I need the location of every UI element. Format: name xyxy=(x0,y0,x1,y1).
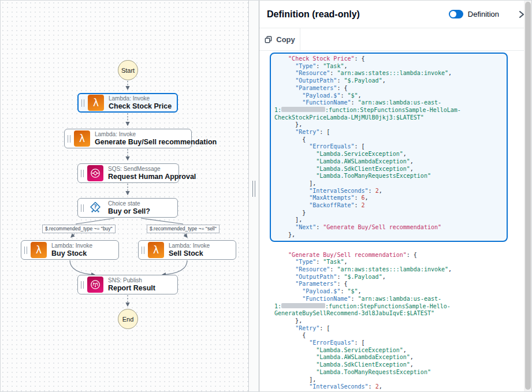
state-type-caption: Lambda: Invoke xyxy=(51,242,92,249)
code-line: GenerateBuySellRecommend-3dl8JabuIqvE:$L… xyxy=(274,310,503,318)
terminal-label: End xyxy=(122,316,134,323)
code-line: "Lambda.AWSLambdaException", xyxy=(274,354,503,361)
state-name-label: Sell Stock xyxy=(169,249,210,257)
code-line: "OutputPath": "$.Payload", xyxy=(274,274,503,281)
code-line: ], xyxy=(274,180,503,188)
code-line: 1::function:StepFunctionsSample-HelloLam… xyxy=(274,107,503,114)
code-line: "BackoffRate": 2 xyxy=(274,202,503,210)
state-node-sell-stock[interactable]: λLambda: InvokeSell Stock xyxy=(138,240,236,260)
code-line: "Payload.$": "$", xyxy=(274,92,503,100)
code-line: "Lambda.TooManyRequestsException" xyxy=(274,369,503,376)
code-line: { xyxy=(274,332,503,339)
code-line: "ErrorEquals": [ xyxy=(274,143,503,151)
code-line: "Parameters": { xyxy=(274,85,503,92)
drag-handle-icon[interactable] xyxy=(81,281,84,289)
panel-resize-splitter[interactable] xyxy=(250,1,259,392)
code-line: "Lambda.SdkClientException", xyxy=(274,166,503,173)
redacted-account-id xyxy=(281,303,325,308)
state-node-buy-or-sell[interactable]: ?Choice stateBuy or Sell? xyxy=(77,198,178,218)
window-scrollbar-thumb[interactable] xyxy=(525,2,531,390)
splitter-grip-icon[interactable] xyxy=(252,181,255,197)
state-node-buy-stock[interactable]: λLambda: InvokeBuy Stock xyxy=(21,240,119,260)
code-line: { xyxy=(274,136,503,144)
code-line: "MaxAttempts": 6, xyxy=(274,195,503,202)
state-type-caption: Lambda: Invoke xyxy=(169,242,210,249)
definition-toggle-label: Definition xyxy=(468,10,499,18)
definition-panel: Definition (read-only) Definition Copy xyxy=(259,1,532,392)
code-line: }, xyxy=(274,121,503,129)
code-line: "Resource": "arn:aws:states:::lambda:inv… xyxy=(274,70,503,77)
code-line: "Check Stock Price": { xyxy=(274,55,503,63)
code-line: } xyxy=(274,210,503,217)
definition-toggle-group: Definition xyxy=(449,10,524,18)
code-line: "Retry": [ xyxy=(274,325,503,333)
drag-handle-icon[interactable] xyxy=(142,247,144,254)
edge-condition-sell-label: $.recommended_type ~= "sell" xyxy=(147,225,220,233)
state-node-check-stock-price[interactable]: λLambda: InvokeCheck Stock Price xyxy=(77,93,178,113)
code-line: "Payload.$": "$", xyxy=(274,288,503,296)
lambda-icon: λ xyxy=(148,242,164,258)
state-name-label: Generate Buy/Sell recommendation xyxy=(95,138,217,146)
state-name-label: Buy Stock xyxy=(51,249,92,257)
state-name-label: Request Human Approval xyxy=(108,173,196,181)
copy-button-label: Copy xyxy=(276,35,295,44)
sqs-icon xyxy=(87,165,103,181)
code-toolbar: Copy xyxy=(259,28,532,51)
window-scrollbar[interactable] xyxy=(524,1,532,392)
step-functions-definition-view: StartλLambda: InvokeCheck Stock PriceλLa… xyxy=(0,0,532,392)
code-line: "Parameters": { xyxy=(274,281,503,288)
state-node-report-result[interactable]: SNS: PublishReport Result xyxy=(77,275,178,294)
copy-button[interactable]: Copy xyxy=(259,28,300,50)
lambda-icon: λ xyxy=(31,242,47,258)
code-line: CheckStockPriceLambda-LMjMUlB0jkj3:$LATE… xyxy=(274,114,503,122)
drag-handle-icon[interactable] xyxy=(68,135,70,143)
drag-handle-icon[interactable] xyxy=(81,204,84,212)
state-name-label: Check Stock Price xyxy=(109,102,172,110)
lambda-icon: λ xyxy=(88,95,104,111)
drag-handle-icon[interactable] xyxy=(81,170,84,177)
definition-panel-header: Definition (read-only) Definition xyxy=(259,1,532,28)
code-line: "Resource": "arn:aws:states:::lambda:inv… xyxy=(274,266,503,274)
state-type-caption: Lambda: Invoke xyxy=(95,131,217,138)
state-name-label: Buy or Sell? xyxy=(108,207,150,215)
terminal-node-end: End xyxy=(118,309,138,329)
code-line: "Retry": [ xyxy=(274,129,503,136)
workflow-edges xyxy=(1,1,249,392)
definition-code-view[interactable]: "Check Stock Price": { "Type": "Task", "… xyxy=(259,51,518,392)
code-line: "FunctionName": "arn:aws:lambda:us-east- xyxy=(274,99,503,107)
edge-condition-buy-label: $.recommended_type ~= "buy" xyxy=(42,225,116,233)
drag-handle-icon[interactable] xyxy=(81,99,84,107)
definition-toggle[interactable] xyxy=(449,10,463,18)
code-line: "OutputPath": "$.Payload", xyxy=(274,77,503,85)
code-line: }, xyxy=(274,232,503,239)
code-line: "Type": "Task", xyxy=(274,259,503,266)
sns-icon xyxy=(87,277,103,293)
state-type-caption: Choice state xyxy=(108,200,150,207)
redacted-account-id xyxy=(281,107,325,112)
code-line: "Type": "Task", xyxy=(274,63,503,70)
code-line: "Lambda.ServiceException", xyxy=(274,347,503,354)
toggle-knob xyxy=(450,11,456,17)
code-block-selected-state[interactable]: "Check Stock Price": { "Type": "Task", "… xyxy=(270,53,508,242)
code-line: 1::function:StepFunctionsSample-Hello- xyxy=(274,303,503,311)
code-line: "IntervalSeconds": 2, xyxy=(274,188,503,195)
code-line: "FunctionName": "arn:aws:lambda:us-east- xyxy=(274,296,503,303)
state-type-caption: SQS: SendMessage xyxy=(108,166,196,173)
drag-handle-icon[interactable] xyxy=(24,247,27,254)
code-block[interactable]: "Generate Buy/Sell recommendation": { "T… xyxy=(270,249,508,392)
state-type-caption: SNS: Publish xyxy=(108,277,155,284)
state-name-label: Report Result xyxy=(108,284,155,292)
code-line: "Lambda.AWSLambdaException", xyxy=(274,158,503,166)
state-node-request-human-approval[interactable]: SQS: SendMessageRequest Human Approval xyxy=(77,163,179,183)
code-line: "Lambda.ServiceException", xyxy=(274,151,503,158)
code-line: "Lambda.SdkClientException", xyxy=(274,361,503,369)
copy-icon xyxy=(264,35,273,44)
code-line: "IntervalSeconds": 2, xyxy=(274,383,503,391)
code-line: "Lambda.TooManyRequestsException" xyxy=(274,173,503,180)
terminal-label: Start xyxy=(121,67,135,74)
state-node-generate-buy-sell-recommendation[interactable]: λLambda: InvokeGenerate Buy/Sell recomme… xyxy=(64,129,192,148)
workflow-graph-canvas[interactable]: StartλLambda: InvokeCheck Stock PriceλLa… xyxy=(1,1,249,392)
svg-text:?: ? xyxy=(94,204,96,210)
code-line: "Generate Buy/Sell recommendation": { xyxy=(274,252,503,259)
code-line: }, xyxy=(274,318,503,325)
